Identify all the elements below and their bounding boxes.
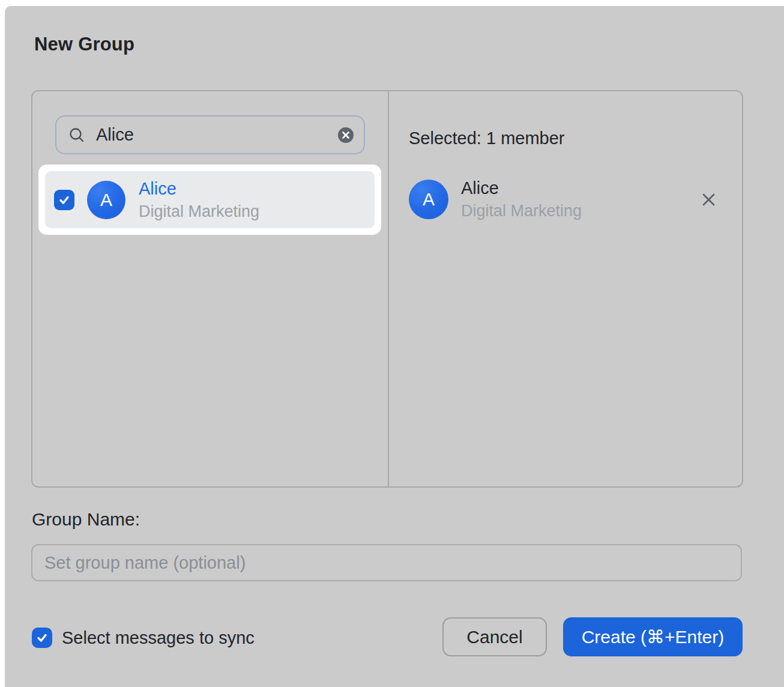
sync-option: Select messages to sync [32,628,255,648]
selected-count: Selected: 1 member [409,129,565,148]
avatar: A [87,181,125,219]
member-checkbox[interactable] [54,190,74,210]
sync-checkbox[interactable] [32,628,52,648]
sync-label: Select messages to sync [62,628,255,648]
member-picker: A Alice Digital Marketing Selected: 1 me… [31,90,743,488]
member-texts: Alice Digital Marketing [461,178,700,220]
search-input[interactable] [95,124,337,145]
selected-member-row: A Alice Digital Marketing [409,178,742,220]
remove-member-button[interactable] [700,191,717,208]
page-background: New Group [0,0,784,687]
avatar: A [409,180,448,219]
result-department: Digital Marketing [139,202,259,221]
search-pane: A Alice Digital Marketing [32,91,389,486]
cancel-button[interactable]: Cancel [442,617,547,656]
member-department: Digital Marketing [461,202,700,220]
avatar-initial: A [100,190,112,210]
search-result-highlight: A Alice Digital Marketing [38,165,381,235]
remove-icon [701,192,717,208]
member-name: Alice [461,178,700,198]
clear-icon [337,127,354,144]
result-name: Alice [139,179,259,199]
search-icon [68,127,85,144]
search-box [55,115,365,154]
search-result-row[interactable]: A Alice Digital Marketing [45,171,375,228]
check-icon [35,631,49,645]
avatar-initial: A [423,189,435,210]
group-name-input[interactable] [31,544,742,581]
group-name-label: Group Name: [32,509,140,530]
clear-search-button[interactable] [337,127,354,144]
result-texts: Alice Digital Marketing [139,179,259,221]
selected-pane: Selected: 1 member A Alice Digital Marke… [389,91,742,486]
dialog-title: New Group [34,34,134,55]
check-icon [57,193,71,207]
create-button[interactable]: Create (⌘+Enter) [563,617,743,656]
new-group-dialog: New Group [5,6,784,687]
